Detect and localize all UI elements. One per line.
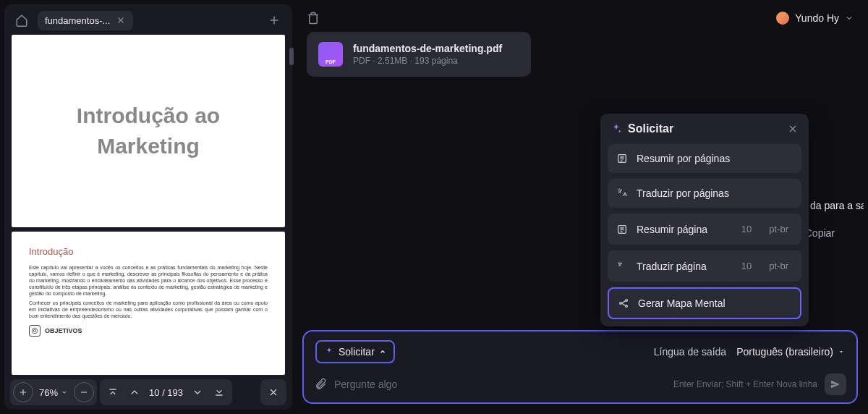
svg-point-5 [620,303,622,305]
svg-point-0 [32,329,38,334]
input-top-row: Solicitar Língua de saída Português (bra… [311,337,849,371]
plus-icon [18,387,28,397]
pdf-file-icon: PDF [318,42,343,67]
item-page-number: 10 [736,222,757,236]
popup-item-summarize-pages[interactable]: Resumir por páginas [608,144,801,173]
sparkle-icon [610,123,622,135]
prev-page-button[interactable] [124,382,145,402]
pdf-page-list[interactable]: Introdução ao Marketing Introdução Este … [4,35,292,375]
close-tab-button[interactable] [116,15,126,25]
plus-icon [268,14,281,27]
target-icon [29,325,41,337]
page-number-input[interactable]: 10 / 193 [146,387,186,398]
pdf-page[interactable]: Introdução ao Marketing [12,35,285,227]
solicitar-popup: Solicitar Resumir por páginas Traduzir p… [600,114,809,326]
close-toolbar-group [260,379,286,405]
chevron-up-icon [379,348,386,355]
chevrons-up-bar-icon [107,386,119,398]
attach-button[interactable] [314,378,327,391]
pdf-title-text: Introdução ao Marketing [29,101,268,161]
chevron-up-icon [129,386,140,398]
scrollbar-thumb[interactable] [289,48,292,65]
input-hint: Enter Enviar; Shift + Enter Nova linha [673,379,817,389]
user-menu[interactable]: Yundo Hy [776,12,854,25]
trash-icon [307,12,320,25]
chat-topbar: Yundo Hy [297,4,864,32]
chevrons-down-bar-icon [213,386,225,398]
file-name: fundamentos-de-marketing.pdf [353,43,502,54]
tab-bar: fundamentos-... [4,4,292,35]
svg-point-7 [626,305,628,308]
first-page-button[interactable] [103,382,123,402]
input-row: Enter Enviar; Shift + Enter Nova linha [311,371,849,395]
popup-header: Solicitar [600,114,809,144]
close-icon [268,386,279,398]
chevron-down-icon [192,386,203,398]
item-page-number: 10 [736,259,757,273]
item-lang: pt-br [765,259,793,273]
popup-item-translate-page[interactable]: Traduzir página 10 pt-br [608,250,801,282]
popup-title: Solicitar [628,122,781,135]
home-button[interactable] [12,10,32,30]
popup-close-button[interactable] [787,123,799,135]
translate-icon [616,187,629,199]
document-tab[interactable]: fundamentos-... [38,11,133,30]
pdf-paragraph: Conhecer os principais conceitos de mark… [29,300,268,319]
language-select[interactable]: Português (brasileiro) [736,346,845,358]
list-icon [616,153,629,164]
pdf-page[interactable]: Introdução Este capítulo vai apresentar … [12,232,285,375]
popup-items: Resumir por páginas Traduzir por páginas… [600,144,809,326]
popup-item-mind-map[interactable]: Gerar Mapa Mental [608,287,801,319]
avatar [776,12,789,25]
zoom-value[interactable]: 76% [35,387,72,398]
item-lang: pt-br [765,222,793,236]
chat-input[interactable] [334,379,666,390]
zoom-group: 76% [10,379,97,405]
pdf-toolbar: 76% 10 / 193 [4,375,292,410]
chevron-down-icon [845,14,854,22]
response-text: da para a satisfação das necessidades e … [810,200,848,211]
pdf-objectives: OBJETIVOS [29,325,268,337]
zoom-out-button[interactable] [74,382,94,402]
file-meta: PDF · 2.51MB · 193 página [353,56,502,66]
page-nav-group: 10 / 193 [100,379,232,405]
send-icon [830,379,841,390]
svg-point-6 [626,300,628,302]
mind-map-icon [618,297,631,309]
send-button[interactable] [825,373,846,395]
pdf-section-heading: Introdução [29,246,268,257]
attached-file-card[interactable]: PDF fundamentos-de-marketing.pdf PDF · 2… [307,32,531,77]
last-page-button[interactable] [209,382,229,402]
tab-title: fundamentos-... [45,15,110,26]
language-label: Língua de saída [654,346,726,358]
chat-panel: Yundo Hy PDF fundamentos-de-marketing.pd… [297,4,864,410]
chevron-down-icon [61,389,68,396]
close-icon [787,123,799,135]
list-icon [616,224,629,235]
sparkle-icon [324,347,334,357]
next-page-button[interactable] [187,382,208,402]
delete-button[interactable] [307,12,320,25]
svg-point-1 [33,330,35,332]
file-info: fundamentos-de-marketing.pdf PDF · 2.51M… [353,43,502,66]
solicitar-button[interactable]: Solicitar [315,340,395,363]
zoom-in-button[interactable] [13,382,33,402]
language-row: Língua de saída Português (brasileiro) [654,346,845,358]
close-icon [116,15,126,25]
popup-item-summarize-page[interactable]: Resumir página 10 pt-br [608,214,801,245]
close-toolbar-button[interactable] [263,382,284,402]
chat-input-container: Solicitar Língua de saída Português (bra… [302,330,858,404]
translate-icon [616,261,629,272]
home-icon [15,14,28,27]
pdf-paragraph: Este capítulo vai apresentar a vocês os … [29,264,268,297]
popup-item-translate-pages[interactable]: Traduzir por páginas [608,179,801,208]
minus-icon [79,387,89,397]
add-tab-button[interactable] [263,12,285,28]
triangle-down-icon [838,348,845,355]
paperclip-icon [314,378,327,391]
pdf-viewer-panel: fundamentos-... Introdução ao Marketing … [4,4,292,410]
user-name: Yundo Hy [795,12,839,24]
